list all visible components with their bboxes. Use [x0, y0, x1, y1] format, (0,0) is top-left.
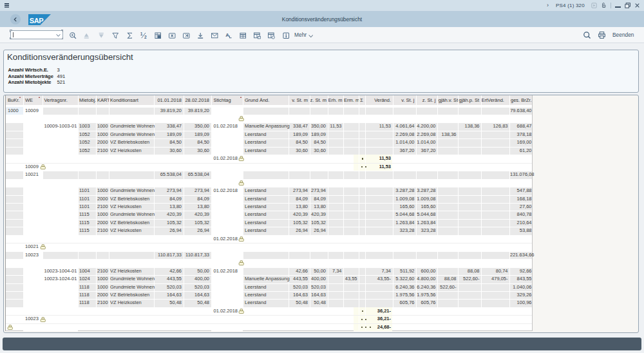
svg-text:2: 2	[144, 35, 147, 39]
svg-text:1: 1	[140, 32, 143, 36]
svg-text:A: A	[225, 32, 229, 38]
